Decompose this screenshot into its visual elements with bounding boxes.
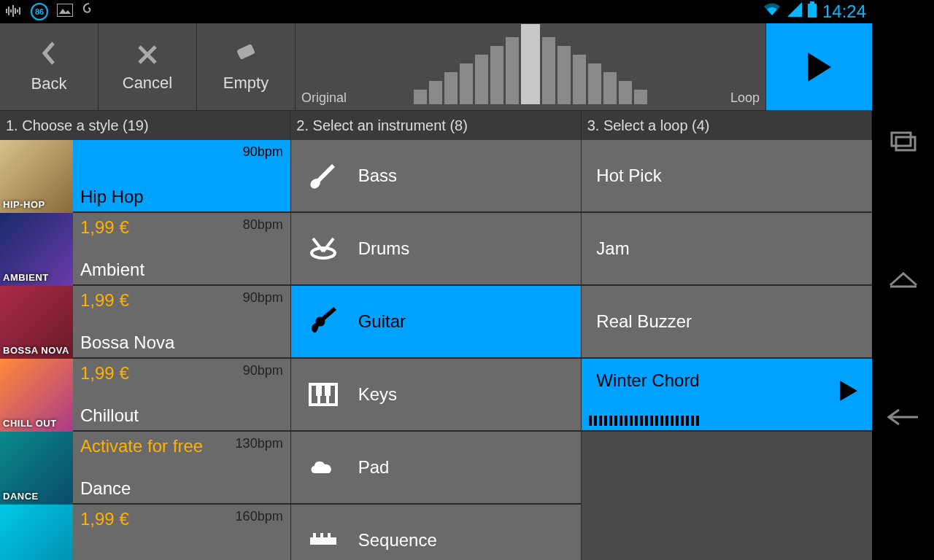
loop-item[interactable]: Hot Pick: [582, 140, 872, 213]
play-icon: [840, 381, 857, 401]
style-item[interactable]: CHILL OUT 1,99 € 90bpm Chillout: [0, 359, 290, 432]
sequence-icon: [306, 523, 341, 558]
instrument-name: Drums: [358, 238, 410, 259]
instrument-item[interactable]: Pad: [291, 432, 582, 505]
instrument-name: Pad: [358, 457, 390, 478]
svg-marker-9: [787, 2, 802, 17]
style-price: 1,99 €: [80, 509, 129, 529]
style-thumbnail: CHILL OUT: [0, 359, 73, 432]
style-thumbnail: BOSSA NOVA: [0, 286, 73, 359]
style-price: 1,99 €: [80, 217, 129, 238]
drums-icon: [306, 231, 341, 266]
loops-column[interactable]: Hot PickJamReal BuzzerWinter Chord: [582, 140, 872, 560]
svg-rect-28: [896, 137, 915, 150]
style-name: Hip Hop: [80, 187, 283, 207]
loop-item[interactable]: Jam: [582, 213, 872, 286]
badge-86: 86: [31, 3, 48, 20]
recent-apps-button[interactable]: [889, 130, 918, 156]
svg-rect-5: [17, 9, 18, 12]
instrument-item[interactable]: Keys: [291, 359, 582, 432]
svg-rect-2: [10, 9, 12, 12]
svg-rect-23: [310, 537, 336, 545]
style-item[interactable]: BOSSA NOVA 1,99 € 90bpm Bossa Nova: [0, 286, 290, 359]
svg-rect-11: [808, 4, 817, 18]
style-bpm: 90bpm: [243, 290, 283, 306]
step-instrument: 2. Select an instrument (8): [290, 111, 581, 140]
style-name: Ambient: [80, 260, 283, 280]
loop-item[interactable]: Winter Chord: [582, 359, 872, 432]
empty-label: Empty: [223, 74, 269, 93]
step-header: 1. Choose a style (19) 2. Select an inst…: [0, 111, 872, 140]
loop-name: Real Buzzer: [596, 311, 692, 332]
style-price: 1,99 €: [80, 290, 129, 311]
loop-item[interactable]: Real Buzzer: [582, 286, 872, 359]
columns: HIP-HOP 90bpm Hip Hop AMBIENT 1,99 € 80b…: [0, 140, 872, 560]
signal-icon: [787, 2, 802, 21]
loop-label: Loop: [730, 90, 760, 106]
toolbar: Back Cancel Empty OriginalLoop: [0, 23, 872, 111]
play-icon: [808, 52, 831, 82]
clock-time: 14:24: [822, 1, 866, 22]
style-price: Activate for free: [80, 436, 203, 456]
svg-rect-0: [6, 9, 7, 13]
style-bpm: 160bpm: [236, 509, 283, 524]
svg-rect-24: [313, 533, 316, 537]
svg-rect-1: [8, 7, 9, 15]
svg-rect-6: [19, 7, 20, 15]
style-item[interactable]: HIP-HOP 90bpm Hip Hop: [0, 140, 290, 213]
svg-rect-25: [320, 533, 323, 537]
styles-column[interactable]: HIP-HOP 90bpm Hip Hop AMBIENT 1,99 € 80b…: [0, 140, 291, 560]
style-item[interactable]: AMBIENT 1,99 € 80bpm Ambient: [0, 213, 290, 286]
style-bpm: 130bpm: [236, 436, 283, 451]
svg-rect-3: [12, 5, 14, 17]
instrument-name: Bass: [358, 166, 397, 186]
wifi-icon: [763, 2, 781, 21]
style-item[interactable]: drum and 1,99 € 160bpm: [0, 505, 290, 560]
style-item[interactable]: DANCE Activate for free 130bpm Dance: [0, 432, 290, 505]
empty-button[interactable]: Empty: [197, 23, 296, 110]
instrument-item[interactable]: Sequence: [291, 505, 582, 560]
play-button[interactable]: [766, 23, 872, 110]
status-bar: 86 14:24: [0, 0, 872, 23]
cancel-label: Cancel: [123, 74, 172, 93]
waveform-display[interactable]: OriginalLoop: [296, 23, 766, 110]
style-bpm: 80bpm: [243, 217, 283, 233]
cancel-button[interactable]: Cancel: [99, 23, 197, 110]
instrument-name: Keys: [358, 384, 397, 405]
svg-rect-7: [57, 4, 73, 17]
style-thumbnail: HIP-HOP: [0, 140, 73, 213]
guitar-icon: [306, 304, 341, 339]
instruments-column[interactable]: Bass Drums Guitar Keys Pad Sequence: [291, 140, 582, 560]
svg-rect-22: [325, 384, 331, 396]
home-button[interactable]: [887, 269, 919, 294]
style-thumbnail: AMBIENT: [0, 213, 73, 286]
step-style: 1. Choose a style (19): [0, 111, 290, 140]
instrument-item[interactable]: Guitar: [291, 286, 582, 359]
instrument-item[interactable]: Bass: [291, 140, 582, 213]
svg-rect-10: [810, 1, 814, 4]
android-nav-bar: [872, 0, 934, 560]
battery-icon: [808, 1, 817, 22]
loop-name: Hot Pick: [596, 166, 661, 186]
svg-rect-26: [328, 533, 331, 537]
app-area: Back Cancel Empty OriginalLoop 1. Choose…: [0, 23, 872, 560]
svg-rect-14: [236, 44, 255, 60]
style-bpm: 90bpm: [243, 363, 283, 378]
back-nav-button[interactable]: [886, 407, 921, 430]
eraser-icon: [234, 42, 258, 72]
svg-rect-18: [310, 384, 336, 405]
instrument-item[interactable]: Drums: [291, 213, 582, 286]
style-name: Dance: [80, 478, 283, 499]
audio-icon: [6, 2, 22, 21]
loop-progress: [589, 416, 699, 426]
style-name: Chillout: [80, 405, 283, 426]
style-bpm: 90bpm: [243, 144, 283, 160]
style-name: Bossa Nova: [80, 332, 283, 353]
style-thumbnail: DANCE: [0, 432, 73, 505]
bass-icon: [306, 158, 341, 193]
svg-rect-4: [15, 8, 16, 14]
original-label: Original: [301, 90, 347, 106]
instrument-name: Sequence: [358, 530, 437, 551]
back-button[interactable]: Back: [0, 23, 99, 110]
pad-icon: [306, 450, 341, 485]
